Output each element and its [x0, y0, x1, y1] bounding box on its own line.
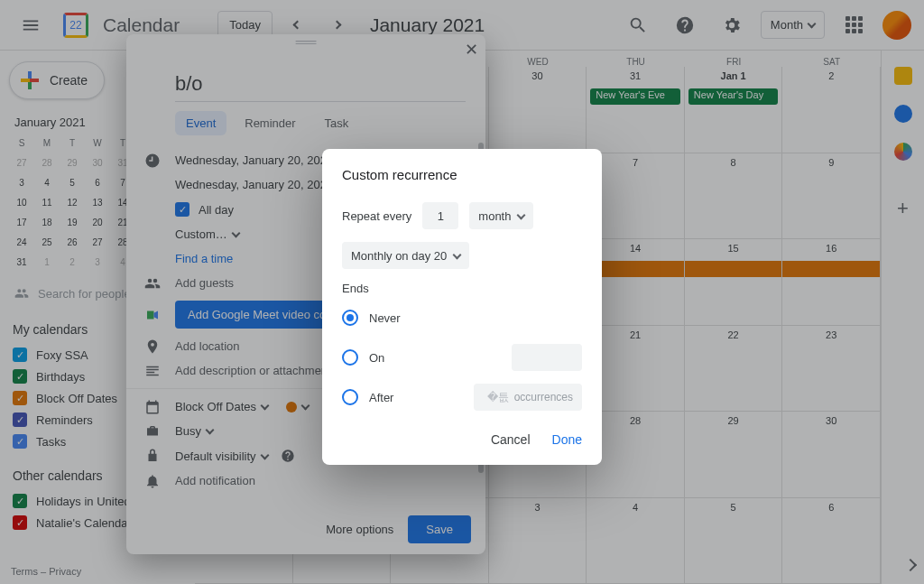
done-button[interactable]: Done	[552, 432, 582, 447]
month-pattern-select[interactable]: Monthly on day 20	[342, 242, 469, 269]
unit-label: month	[478, 209, 511, 223]
custom-recurrence-modal: Custom recurrence Repeat every month Mon…	[322, 149, 602, 465]
ends-on-date-field[interactable]	[512, 344, 582, 371]
ends-never-label: Never	[369, 311, 401, 325]
ends-on-label: On	[369, 351, 384, 365]
month-pattern-label: Monthly on day 20	[351, 249, 447, 263]
unit-select[interactable]: month	[469, 202, 533, 229]
ends-on-radio[interactable]	[342, 349, 358, 366]
ends-after-label: After	[369, 391, 393, 404]
chevron-down-icon	[453, 250, 462, 259]
modal-title: Custom recurrence	[342, 167, 582, 182]
ends-label: Ends	[342, 282, 582, 295]
occurrences-label: occurrences	[514, 391, 573, 403]
cancel-button[interactable]: Cancel	[491, 432, 531, 447]
interval-input[interactable]	[422, 202, 458, 229]
repeat-every-label: Repeat every	[342, 209, 411, 223]
ends-never-radio[interactable]	[342, 310, 358, 326]
ends-after-radio[interactable]	[342, 389, 358, 405]
occurrences-field[interactable]: �틊occurrences	[474, 384, 582, 411]
chevron-down-icon	[517, 210, 526, 219]
